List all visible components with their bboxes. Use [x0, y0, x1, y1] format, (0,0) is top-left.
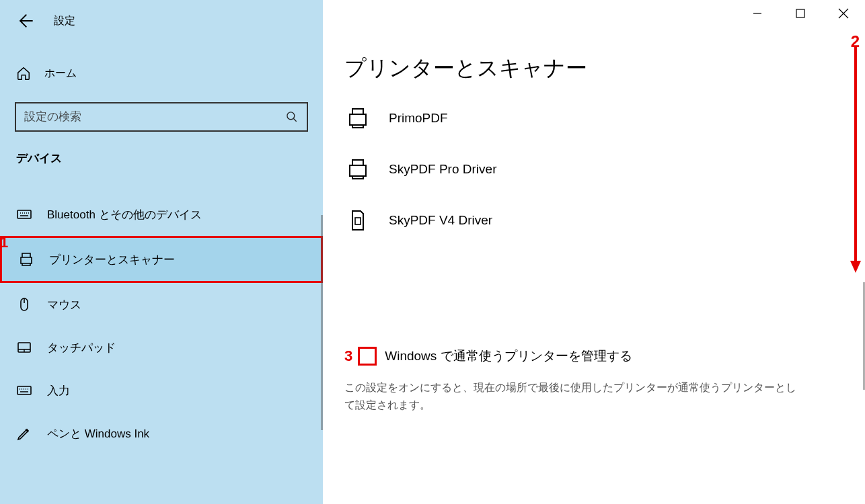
touchpad-icon — [16, 339, 32, 355]
keyboard-device-icon — [16, 206, 32, 222]
search-box[interactable] — [15, 102, 308, 132]
close-icon — [837, 7, 850, 19]
svg-point-0 — [287, 112, 295, 120]
printer-name: SkyPDF V4 Driver — [389, 213, 492, 228]
page-title: プリンターとスキャナー — [344, 54, 831, 83]
search-input[interactable] — [24, 110, 285, 124]
maximize-button[interactable] — [779, 0, 822, 27]
mouse-icon — [16, 296, 32, 312]
default-printer-row: 3 Windows で通常使うプリンターを管理する — [344, 347, 831, 366]
sidebar-item-pen[interactable]: ペンと Windows Ink — [0, 412, 323, 455]
printer-item[interactable]: SkyPDF Pro Driver — [344, 144, 831, 195]
printer-name: SkyPDF Pro Driver — [389, 162, 496, 177]
printer-doc-icon — [346, 208, 370, 233]
arrow-left-icon — [15, 11, 34, 30]
sidebar-item-printers[interactable]: プリンターとスキャナー — [0, 236, 323, 283]
svg-rect-5 — [796, 9, 804, 17]
printer-icon — [346, 106, 370, 130]
sidebar-item-label: Bluetooth とその他のデバイス — [47, 207, 202, 222]
sidebar-item-label: マウス — [47, 297, 81, 312]
default-printer-help: この設定をオンにすると、現在の場所で最後に使用したプリンターが通常使うプリンター… — [344, 379, 802, 413]
back-button[interactable] — [15, 11, 35, 31]
printer-icon — [18, 251, 34, 267]
default-printer-label: Windows で通常使うプリンターを管理する — [385, 347, 632, 365]
section-header: デバイス — [0, 145, 323, 173]
close-button[interactable] — [822, 0, 865, 27]
sidebar-item-label: 入力 — [47, 383, 70, 398]
window-title: 設定 — [54, 14, 75, 28]
main-content: プリンターとスキャナー PrimoPDF SkyPDF Pro Driver S… — [323, 0, 865, 504]
nav-home[interactable]: ホーム — [0, 59, 323, 87]
sidebar-item-touchpad[interactable]: タッチパッド — [0, 326, 323, 369]
sidebar-item-label: プリンターとスキャナー — [49, 252, 175, 267]
minimize-icon — [753, 9, 762, 18]
sidebar-item-label: タッチパッド — [47, 340, 116, 355]
maximize-icon — [796, 9, 805, 18]
sidebar: 設定 ホーム デバイス Bluetooth とその他のデバイス プリンターとスキ… — [0, 0, 323, 504]
nav-group: Bluetooth とその他のデバイス プリンターとスキャナー マウス タッチパ… — [0, 193, 323, 455]
window-controls — [736, 0, 865, 27]
default-printer-checkbox[interactable] — [358, 347, 377, 366]
sidebar-item-typing[interactable]: 入力 — [0, 369, 323, 412]
sidebar-item-label: ペンと Windows Ink — [47, 426, 149, 442]
nav-home-label: ホーム — [44, 67, 77, 81]
printer-item[interactable]: PrimoPDF — [344, 93, 831, 144]
svg-rect-6 — [355, 218, 361, 224]
annotation-3: 3 — [344, 347, 352, 365]
search-icon — [285, 110, 299, 124]
pen-icon — [16, 425, 32, 442]
home-icon — [16, 66, 31, 81]
printer-icon — [346, 157, 370, 181]
printer-name: PrimoPDF — [389, 111, 448, 126]
svg-rect-1 — [17, 210, 31, 218]
sidebar-item-bluetooth[interactable]: Bluetooth とその他のデバイス — [0, 193, 323, 236]
svg-rect-4 — [17, 386, 31, 394]
keyboard-icon — [16, 382, 32, 398]
printer-item[interactable]: SkyPDF V4 Driver — [344, 195, 831, 246]
printer-list: PrimoPDF SkyPDF Pro Driver SkyPDF V4 Dri… — [344, 93, 831, 246]
sidebar-item-mouse[interactable]: マウス — [0, 283, 323, 326]
minimize-button[interactable] — [736, 0, 779, 27]
